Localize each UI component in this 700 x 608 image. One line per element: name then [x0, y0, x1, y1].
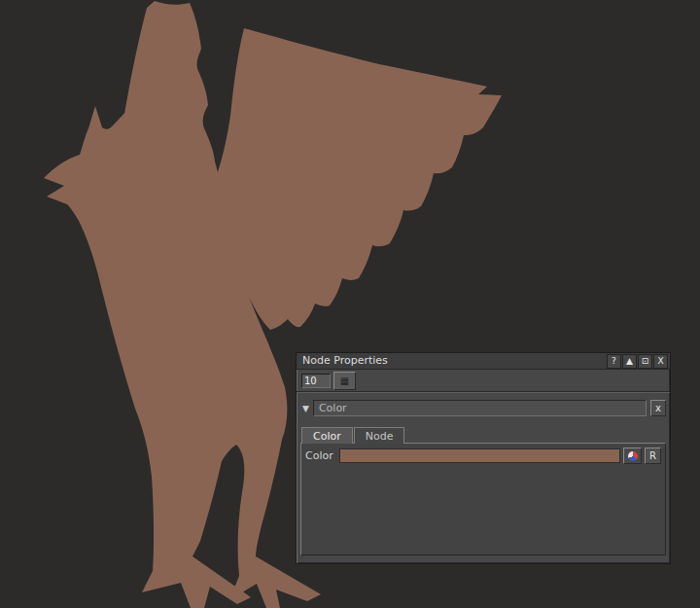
color-property-row: Color R: [305, 447, 661, 464]
shade-icon[interactable]: ▲: [622, 354, 637, 369]
color-swatch[interactable]: [339, 448, 620, 463]
reset-button[interactable]: R: [645, 447, 661, 464]
color-wheel-icon: [628, 451, 638, 461]
panel-title: Node Properties: [302, 353, 388, 369]
maximize-icon[interactable]: ⊡: [638, 354, 652, 369]
toolbar-separator: [297, 391, 670, 393]
help-icon[interactable]: ?: [607, 354, 621, 369]
close-icon[interactable]: X: [653, 354, 668, 369]
panel-titlebar[interactable]: Node Properties ? ▲ ⊡ X: [297, 353, 670, 370]
grid-icon: ▦: [340, 376, 349, 386]
node-properties-panel: Node Properties ? ▲ ⊡ X ▦ ▼ Color x Colo…: [296, 352, 671, 564]
tab-color[interactable]: Color: [301, 427, 353, 444]
color-property-label: Color: [305, 449, 336, 462]
node-header: ▼ Color x: [302, 400, 666, 416]
tab-bar: Color Node: [301, 427, 670, 444]
remove-node-button[interactable]: x: [650, 400, 666, 416]
chevron-down-icon[interactable]: ▼: [302, 404, 309, 413]
node-name-field[interactable]: Color: [313, 400, 647, 416]
value-input[interactable]: [301, 374, 331, 388]
tab-content: Color R: [300, 443, 666, 555]
color-picker-button[interactable]: [623, 447, 642, 464]
panel-toolbar: ▦: [297, 370, 670, 391]
tab-node[interactable]: Node: [354, 427, 405, 444]
grid-button[interactable]: ▦: [333, 372, 356, 390]
